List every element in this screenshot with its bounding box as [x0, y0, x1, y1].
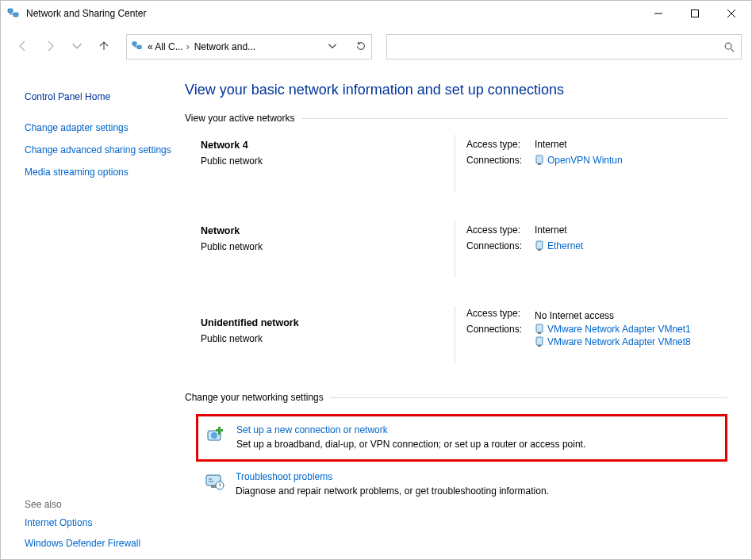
- network-entry: Network Public network Access type: Inte…: [201, 221, 727, 278]
- setup-connection-item[interactable]: Set up a new connection or network Set u…: [201, 421, 720, 453]
- refresh-button[interactable]: [355, 40, 366, 54]
- highlight-box: Set up a new connection or network Set u…: [196, 414, 727, 462]
- svg-rect-3: [132, 41, 136, 44]
- svg-rect-9: [538, 249, 541, 251]
- address-bar[interactable]: « All C... › Network and...: [126, 34, 372, 59]
- window-title: Network and Sharing Center: [26, 8, 146, 19]
- nic-icon: [535, 336, 544, 347]
- minimize-button[interactable]: [640, 2, 677, 25]
- svg-point-5: [725, 43, 731, 49]
- chevron-right-icon: ›: [186, 41, 190, 52]
- see-also-section: See also Internet Options Windows Defend…: [25, 499, 140, 551]
- app-icon: [7, 7, 20, 20]
- access-type-label: Access type:: [466, 139, 535, 150]
- network-name: Network: [201, 225, 455, 236]
- nav-arrows: [17, 40, 110, 55]
- troubleshoot-icon: [204, 471, 226, 493]
- setup-connection-desc: Set up a broadband, dial-up, or VPN conn…: [236, 439, 585, 450]
- main-panel: View your basic network information and …: [185, 67, 751, 559]
- control-panel-home-link[interactable]: Control Panel Home: [25, 91, 175, 102]
- nav-recent-button[interactable]: [71, 40, 83, 55]
- svg-rect-17: [216, 429, 223, 432]
- network-type: Public network: [201, 241, 455, 252]
- troubleshoot-link[interactable]: Troubleshoot problems: [236, 471, 332, 482]
- troubleshoot-desc: Diagnose and repair network problems, or…: [236, 485, 549, 497]
- connections-label: Connections:: [466, 240, 535, 251]
- nic-icon: [535, 155, 544, 166]
- network-name: Network 4: [201, 140, 455, 151]
- network-type: Public network: [201, 333, 455, 344]
- connections-label: Connections:: [466, 155, 535, 166]
- search-icon: [723, 41, 735, 52]
- svg-point-15: [211, 432, 217, 439]
- access-type-value: Internet: [535, 224, 567, 236]
- nic-icon: [535, 324, 544, 335]
- svg-rect-12: [536, 337, 543, 345]
- sidebar-link-media-streaming[interactable]: Media streaming options: [25, 164, 175, 180]
- nav-up-button[interactable]: [98, 40, 110, 55]
- see-also-label: See also: [25, 499, 140, 510]
- change-settings-header: Change your networking settings: [185, 392, 727, 403]
- access-type-label: Access type:: [466, 224, 535, 236]
- svg-rect-2: [692, 10, 699, 17]
- setup-connection-link[interactable]: Set up a new connection or network: [236, 424, 388, 435]
- page-heading: View your basic network information and …: [185, 82, 727, 98]
- nic-icon: [535, 240, 544, 251]
- troubleshoot-item[interactable]: Troubleshoot problems Diagnose and repai…: [201, 468, 727, 500]
- svg-rect-10: [536, 324, 543, 332]
- active-networks-header: View your active networks: [185, 113, 727, 124]
- network-entry: Unidentified network Public network Acce…: [201, 306, 727, 363]
- svg-rect-19: [211, 485, 216, 488]
- maximize-button[interactable]: [677, 2, 713, 25]
- network-entry: Network 4 Public network Access type: In…: [201, 135, 727, 192]
- setup-connection-icon: [205, 424, 227, 447]
- svg-rect-7: [538, 163, 541, 165]
- sidebar-link-adapter-settings[interactable]: Change adapter settings: [25, 120, 175, 136]
- address-history-button[interactable]: [327, 40, 338, 54]
- access-type-value: Internet: [535, 139, 567, 150]
- see-also-internet-options[interactable]: Internet Options: [25, 515, 140, 531]
- nav-forward-button[interactable]: [44, 40, 56, 55]
- network-type: Public network: [201, 155, 455, 167]
- connection-link[interactable]: VMware Network Adapter VMnet8: [535, 336, 691, 347]
- svg-rect-6: [536, 155, 543, 163]
- sidebar: Control Panel Home Change adapter settin…: [1, 67, 185, 559]
- connection-link[interactable]: Ethernet: [535, 240, 583, 251]
- svg-rect-11: [538, 332, 541, 334]
- connection-link[interactable]: OpenVPN Wintun: [535, 155, 623, 166]
- svg-rect-0: [8, 9, 13, 13]
- sidebar-link-advanced-sharing[interactable]: Change advanced sharing settings: [25, 142, 175, 158]
- see-also-windows-firewall[interactable]: Windows Defender Firewall: [25, 535, 140, 551]
- network-name: Unidentified network: [201, 317, 455, 328]
- search-box[interactable]: [386, 34, 742, 59]
- nav-back-button[interactable]: [17, 40, 29, 55]
- toolbar: « All C... › Network and...: [1, 26, 751, 67]
- svg-rect-8: [536, 241, 543, 249]
- breadcrumb-root[interactable]: « All C...: [148, 41, 183, 52]
- access-type-label: Access type:: [466, 308, 535, 319]
- search-input[interactable]: [393, 40, 723, 53]
- connection-link[interactable]: VMware Network Adapter VMnet1: [535, 324, 691, 335]
- address-icon: [132, 40, 143, 54]
- content-area: Control Panel Home Change adapter settin…: [1, 67, 751, 559]
- connections-label: Connections:: [466, 324, 535, 335]
- access-type-value: No Internet access: [535, 310, 614, 321]
- breadcrumb-current[interactable]: Network and...: [194, 41, 255, 52]
- close-button[interactable]: [713, 2, 750, 25]
- titlebar: Network and Sharing Center: [1, 1, 751, 26]
- svg-rect-13: [538, 345, 541, 347]
